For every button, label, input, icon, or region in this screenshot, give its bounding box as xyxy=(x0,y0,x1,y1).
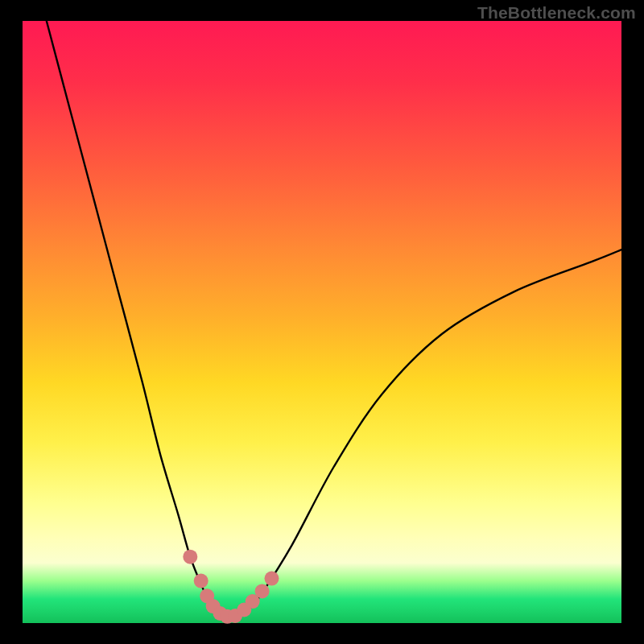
plot-area xyxy=(23,21,621,623)
highlight-dot xyxy=(255,584,270,598)
curve-layer xyxy=(23,21,621,623)
chart-frame: TheBottleneck.com xyxy=(0,0,644,644)
highlight-dot xyxy=(183,550,197,564)
watermark-text: TheBottleneck.com xyxy=(477,3,636,23)
highlight-dots xyxy=(183,550,279,624)
highlight-dot xyxy=(265,572,279,586)
bottleneck-curve xyxy=(47,21,621,617)
highlight-dot xyxy=(194,574,208,588)
